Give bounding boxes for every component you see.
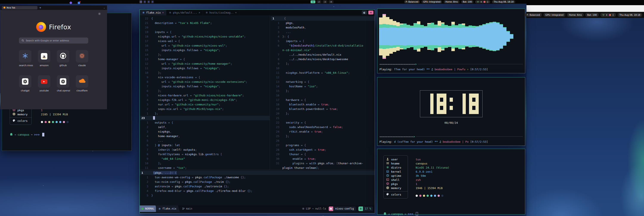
status-modules: P: BalancedGPU: IntegratedHome: 8msBat: …	[404, 1, 515, 3]
clock-pill[interactable]: Thu Aug 08, 18:18	[618, 13, 642, 17]
code-line: 10 ];	[140, 161, 270, 165]
code-pane-flake-nix[interactable]: 22{21 description = "tux's NixOS Flake";…	[140, 15, 270, 170]
shortcut-chatgpt[interactable]: chatgpt	[19, 75, 32, 92]
code-line: 4 firefox-mod-blur = pkgs.callPackage ./…	[140, 189, 375, 193]
firefox-favicon	[4, 7, 6, 9]
buffer-tab-flake-nix[interactable]: flake.nix×	[140, 10, 166, 15]
shell-prompt[interactable]: →canopus~>>>	[10, 133, 132, 136]
project-name: nixos-config	[333, 206, 356, 211]
fetch-row-colors: colors	[384, 192, 408, 196]
project-chip: nixos-config	[329, 206, 356, 211]
status-pill[interactable]: Bat: 100	[585, 13, 599, 17]
workspace-icon-ws-2[interactable]	[143, 1, 146, 3]
shortcut-claude[interactable]: claude	[76, 50, 88, 67]
cloudflare-icon	[78, 79, 86, 84]
workspace-icon-ws-4[interactable]	[151, 1, 154, 3]
code-line: 1{pkgs, ...}: {	[140, 170, 375, 175]
status-pill[interactable]: Home: 8ms	[444, 1, 459, 3]
status-pill[interactable]: GPU: Integrated	[544, 13, 566, 17]
code-line: 6 } @ inputs: let	[140, 143, 270, 147]
status-pill[interactable]: GPU: Integrated	[422, 1, 442, 3]
tag-3[interactable]: 3	[323, 1, 328, 3]
extension-icon-blue[interactable]	[78, 2, 80, 4]
code-line: 11 username = "tux";	[140, 165, 270, 170]
system-tray[interactable]	[600, 13, 616, 17]
tag-1[interactable]: 1	[310, 1, 315, 3]
progress-ticks: ======================>	[380, 63, 417, 66]
code-line: 9 nix-vscode-extensions = {	[140, 75, 270, 80]
fetch-value-pkgs: 1	[416, 182, 450, 186]
terminal-palette	[41, 120, 75, 124]
tab-list-chevron-icon[interactable]: ⌄	[103, 7, 105, 9]
personalize-gear-icon[interactable]	[98, 12, 101, 16]
fetch-value-distro: NixOS 24.11 (Vicuna)	[416, 165, 450, 170]
editor-window[interactable]: flake.nix× pkgs/default...× hosts/isoIma…	[140, 10, 375, 213]
fetch-value-memory: 1946 | 15394 MiB	[416, 186, 450, 190]
code-line: 5 imports = [	[271, 39, 375, 43]
code-pane-pkgs-default[interactable]: 1{pkgs, ...}: {1 tux-awesome-wm-config =…	[140, 170, 375, 206]
firefox-tabstrip: New Tab + ⌄	[0, 6, 107, 10]
status-pill[interactable]: Home: 6ms	[567, 13, 584, 17]
tag-4[interactable]: 4	[329, 1, 334, 3]
scroll-position-chip: 17 %	[358, 206, 373, 211]
fetch-row-memory: memory	[10, 112, 32, 116]
system-tray[interactable]	[475, 1, 490, 3]
shortcut-github[interactable]: github	[57, 50, 69, 67]
shortcut-amazon[interactable]: a amazon	[38, 50, 50, 67]
digital-clock	[420, 90, 482, 117]
code-line: 16	[271, 93, 375, 98]
shortcut-search-nixos[interactable]: search.nixos	[19, 50, 32, 67]
phone-icon	[487, 1, 488, 3]
fetch-value-memory: 2185 | 15394 MiB	[41, 112, 75, 116]
status-pill[interactable]: Bat: 100	[461, 1, 474, 3]
code-line: 1 pkgs,	[271, 21, 375, 25]
buffer-tab-hosts-isoImag-[interactable]: hosts/isoImag..×	[203, 10, 240, 15]
search-input[interactable]: Search with Google or enter address	[19, 38, 88, 44]
theme-toggle-button[interactable]: ◐	[362, 11, 367, 15]
shortcut-chat-openai[interactable]: chat.openai	[57, 75, 69, 92]
git-branch-icon	[182, 207, 185, 210]
code-line: 1 outputs = {	[140, 120, 270, 125]
code-line: 1 };	[140, 111, 270, 116]
status-pill[interactable]: P: Balanced	[525, 13, 542, 17]
new-tab-button[interactable]: +	[39, 6, 41, 9]
status-pill[interactable]: P: Balanced	[404, 1, 420, 3]
terminal-window-cava[interactable]: ======================> Playing: ffee fo…	[377, 9, 525, 73]
shortcut-cloudflare[interactable]: cloudflare	[76, 75, 88, 92]
terminal-window-clock[interactable]: 08/08/24 =====================> Playing:…	[377, 77, 525, 146]
code-line: 22 security = {	[271, 120, 375, 125]
kernel-icon	[386, 170, 389, 173]
tag-2[interactable]: 2	[316, 1, 321, 3]
code-line: 7 inherit (self) outputs;	[140, 147, 270, 152]
code-line: 20	[140, 25, 270, 30]
code-line: 21 description = "tux's NixOS Flake";	[140, 21, 270, 25]
workspace-icon-ws-1[interactable]	[140, 1, 142, 3]
fetch-row-pkgs: pkgs	[384, 182, 408, 186]
code-line: 15 inputs.nixpkgs.follows = "nixpkgs";	[140, 48, 270, 52]
clock-pill[interactable]: Thu Aug 08, 18:18	[492, 1, 515, 3]
ghost-icon	[383, 212, 386, 215]
terminal-window-fetch-right[interactable]: userhnamedistrokerneluptimeshellpkgsmemo…	[377, 149, 525, 214]
close-tab-icon[interactable]: ×	[235, 11, 237, 14]
code-line: 17 nixos-wsl = {	[140, 39, 270, 43]
close-buffer-button[interactable]: ×	[368, 11, 374, 15]
close-tab-icon[interactable]: ×	[199, 11, 200, 14]
vim-icon	[141, 207, 144, 210]
fetch-row-user: user	[384, 157, 408, 161]
buffer-tab-pkgs-default-[interactable]: pkgs/default...×	[166, 10, 203, 15]
statusline-file-segment: flake.nix	[156, 205, 180, 212]
firefox-window[interactable]: Search with Google or enter address – □ …	[0, 0, 107, 110]
ghost-icon	[10, 133, 13, 136]
shortcut-youtube[interactable]: ▶ youtube	[38, 75, 50, 92]
shell-prompt[interactable]: →canopus~>>>	[383, 212, 525, 216]
code-pane-iso-image[interactable]: 1{1 pkgs,2 modulesPath,3 ...4}: {5 impor…	[270, 15, 375, 170]
nix-snowflake-icon	[206, 12, 208, 14]
tab-new-tab[interactable]: New Tab	[2, 6, 38, 10]
code-line: 2 modulesPath,	[271, 25, 375, 30]
editor-splits: 22{21 description = "tux's NixOS Flake";…	[140, 15, 375, 170]
text-cursor	[153, 116, 155, 120]
code-line: 4}: {	[271, 34, 375, 39]
close-tab-icon[interactable]: ×	[162, 11, 164, 14]
workspace-icon-ws-3[interactable]	[147, 1, 150, 3]
pkgs-icon	[386, 182, 389, 185]
